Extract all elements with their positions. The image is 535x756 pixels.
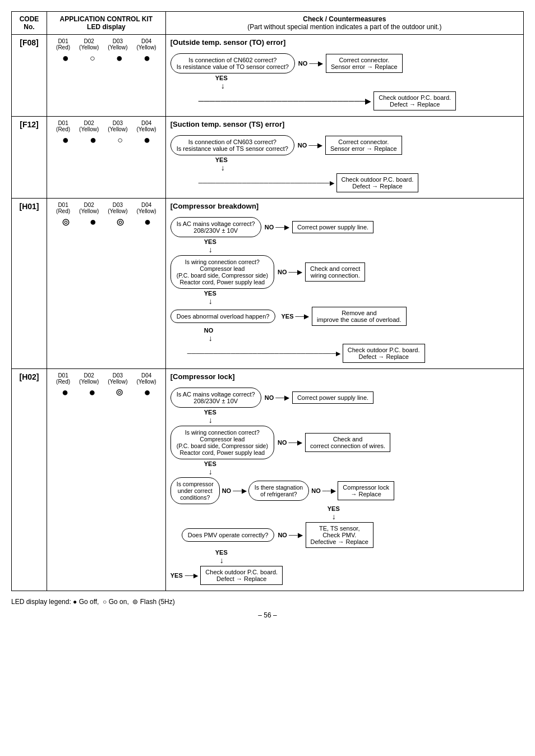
f08-yes-label: YES — [215, 75, 519, 81]
h02-yes5-label: YES — [215, 549, 519, 556]
check-f12: [Suction temp. sensor (TS) error] Is con… — [165, 117, 523, 199]
h01-q2-no-arrow: NO ──▶ — [278, 269, 302, 276]
led-d01-label: D01(Red) — [56, 38, 70, 50]
h01-yes1-label: YES — [204, 238, 519, 245]
led-h01-d02-label: D02(Yellow) — [79, 202, 99, 214]
check-f08: [Outside temp. sensor (TO) error] Is con… — [165, 35, 523, 117]
h01-q3-yes-result: Remove andimprove the cause of overload. — [312, 307, 406, 326]
h01-final-arrow: ──────────────────────────────────▶ — [187, 350, 340, 357]
led-h02-d01-label: D01(Red) — [56, 372, 70, 385]
h02-final-arrow: ──▶ — [185, 572, 199, 579]
h02-q5-box: Does PMV operate correctly? — [182, 528, 275, 542]
led-h02-d03-indicator: ⊚ — [116, 386, 123, 398]
header-code: CODENo. — [12, 12, 47, 35]
f12-down-arrow: ↓ — [221, 163, 519, 172]
h02-down4: ↓ — [332, 512, 519, 521]
h02-final-result: Check outdoor P.C. board.Defect → Replac… — [200, 566, 283, 585]
led-d04-indicator: ● — [144, 52, 150, 64]
h02-q3-box: Is compressorunder correctconditions? — [170, 477, 220, 504]
header-check: Check / Countermeasures (Part without sp… — [165, 12, 523, 35]
h02-down1: ↓ — [209, 416, 519, 425]
led-f12-d03-label: D03(Yellow) — [108, 120, 127, 132]
h02-down2: ↓ — [209, 467, 519, 476]
page-number: – 56 – — [11, 611, 524, 619]
h02-q1-no-arrow: NO ──▶ — [265, 394, 289, 402]
h01-q1-no-result: Correct power supply line. — [292, 221, 373, 233]
h02-yes4-label: YES — [328, 505, 519, 512]
h01-q3-box: Does abnormal overload happen? — [170, 310, 276, 323]
led-d02-label: D02(Yellow) — [79, 38, 99, 50]
flowchart-f12: Is connection of CN603 correct?Is resist… — [170, 133, 519, 195]
flowchart-h01: Is AC mains voltage correct?208/230V ± 1… — [170, 215, 519, 365]
led-h02-d04-indicator: ● — [144, 386, 151, 399]
f08-q1-box: Is connection of CN602 correct?Is resist… — [170, 53, 295, 73]
h01-down3: ↓ — [209, 334, 519, 343]
flowchart-f08: Is connection of CN602 correct?Is resist… — [170, 51, 519, 113]
main-table: CODENo. APPLICATION CONTROL KITLED displ… — [11, 11, 524, 591]
h01-yes2-label: YES — [204, 290, 519, 297]
h02-yes1-label: YES — [204, 409, 519, 416]
h01-down2: ↓ — [209, 297, 519, 306]
led-h01-d03-indicator: ⊚ — [116, 216, 124, 228]
f08-down-arrow: ↓ — [221, 81, 519, 90]
h02-down5: ↓ — [220, 556, 519, 565]
h01-q3-yes-arrow: YES ──▶ — [281, 313, 308, 320]
f08-no-arrow: NO ──▶ — [298, 60, 322, 67]
led-f12-d01-label: D01(Red) — [56, 120, 70, 132]
led-f12-d02-indicator: ● — [90, 133, 96, 146]
h02-q4-no-arrow: NO ──▶ — [311, 487, 335, 495]
header-led: APPLICATION CONTROL KITLED display — [47, 12, 166, 35]
h02-yes-final-label: YES — [170, 572, 183, 579]
title-h01: [Compressor breakdown] — [170, 202, 519, 210]
code-h02: [H02] — [12, 369, 47, 591]
f12-q1-box: Is connection of CN603 correct?Is resist… — [170, 135, 294, 155]
led-h02-d03-label: D03(Yellow) — [108, 372, 127, 385]
led-h01-d03-label: D03(Yellow) — [108, 202, 127, 214]
h02-q2-no-result: Check andcorrect connection of wires. — [305, 433, 390, 452]
led-f12-d04-label: D04(Yellow) — [136, 120, 156, 132]
led-h01-d04-label: D04(Yellow) — [136, 202, 156, 214]
h01-final-result: Check outdoor P.C. board.Defect → Replac… — [343, 344, 425, 363]
f08-final-result: Check outdoor P.C. board.Defect → Replac… — [373, 91, 456, 110]
f12-arrow-right: ──────────────────────────────▶ — [199, 179, 334, 187]
h02-q4-box: Is there stagnationof refrigerant? — [248, 481, 309, 501]
f08-arrow-right: ──────────────────────────────▶ — [199, 96, 372, 105]
title-f12: [Suction temp. sensor (TS) error] — [170, 120, 519, 128]
led-f12-d02-label: D02(Yellow) — [79, 120, 99, 132]
code-f12: [F12] — [12, 117, 47, 199]
led-h02-d02-indicator: ● — [89, 386, 95, 399]
led-h02-d04-label: D04(Yellow) — [136, 372, 156, 385]
f12-yes-label: YES — [215, 156, 519, 163]
led-f12-d04-indicator: ● — [144, 133, 150, 146]
h02-q1-no-result: Correct power supply line. — [292, 391, 373, 404]
h02-q3-no-arrow: NO ──▶ — [222, 487, 246, 495]
h01-down1: ↓ — [209, 245, 519, 254]
flowchart-h02: Is AC mains voltage correct?208/230V ± 1… — [170, 385, 519, 587]
led-d02-indicator: ○ — [90, 53, 95, 63]
check-h01: [Compressor breakdown] Is AC mains volta… — [165, 199, 523, 369]
led-h01-d01-label: D01(Red) — [56, 202, 70, 214]
led-d04-label: D04(Yellow) — [136, 38, 156, 50]
f12-no-arrow: NO ──▶ — [298, 142, 322, 149]
h02-q5-no-arrow: NO ──▶ — [278, 532, 302, 539]
led-f12: D01(Red) D02(Yellow) D03(Yellow) D04(Yel… — [47, 117, 166, 199]
h01-no3-label: NO — [204, 327, 519, 334]
h02-yes2-label: YES — [204, 460, 519, 467]
check-h02: [Compressor lock] Is AC mains voltage co… — [165, 369, 523, 591]
title-f08: [Outside temp. sensor (TO) error] — [170, 38, 519, 47]
led-h02-d02-label: D02(Yellow) — [79, 372, 99, 385]
h02-q2-box: Is wiring connection correct?Compressor … — [170, 426, 274, 459]
code-h01: [H01] — [12, 199, 47, 369]
h01-q1-box: Is AC mains voltage correct?208/230V ± 1… — [170, 217, 261, 237]
h01-q1-no-arrow: NO ──▶ — [265, 224, 289, 231]
led-d03-indicator: ● — [116, 52, 123, 64]
code-f08: [F08] — [12, 35, 47, 117]
led-legend: LED display legend: ● Go off, ○ Go on, ⊚… — [11, 598, 524, 606]
led-d01-indicator: ● — [62, 52, 69, 64]
led-d03-label: D03(Yellow) — [108, 38, 127, 50]
h01-q2-no-result: Check and correctwiring connection. — [305, 262, 365, 282]
f12-answer-no: Correct connector.Sensor error → Replace — [325, 136, 402, 155]
led-h01-d04-indicator: ● — [144, 215, 151, 228]
led-h01-d02-indicator: ● — [90, 215, 96, 228]
h02-q2-no-arrow: NO ──▶ — [278, 439, 302, 446]
